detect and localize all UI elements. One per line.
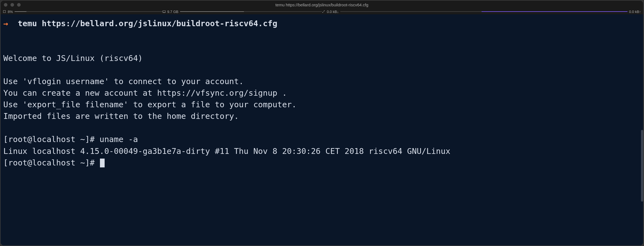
terminal-line: Imported files are written to the home d… <box>3 111 239 121</box>
net-down-bar <box>340 11 481 12</box>
memory-bar-fill <box>180 11 244 12</box>
statusbar: 8% 9.7 GB 0.0 kB↓ <box>1 9 643 14</box>
terminal-line: Use 'vflogin username' to connect to you… <box>3 77 244 86</box>
svg-rect-1 <box>163 11 165 12</box>
memory-label: 9.7 GB <box>167 10 178 14</box>
prompt-arrow-icon: → <box>3 19 8 28</box>
net-down-label: 0.0 kB↓ <box>327 10 339 14</box>
net-up-stat: 0.0 kB↑ <box>482 10 641 14</box>
close-button[interactable] <box>4 3 7 7</box>
cursor <box>100 159 105 167</box>
window-title: temu https://bellard.org/jslinux/buildro… <box>275 2 368 7</box>
net-down-stat: 0.0 kB↓ <box>322 10 482 14</box>
traffic-lights <box>4 3 21 7</box>
terminal-window: temu https://bellard.org/jslinux/buildro… <box>1 1 643 245</box>
command-text: temu https://bellard.org/jslinux/buildro… <box>18 19 277 28</box>
terminal-line: Use 'export_file filename' to export a f… <box>3 100 297 109</box>
terminal-line: [root@localhost ~]# uname -a <box>3 135 138 144</box>
memory-bar <box>180 11 322 12</box>
cpu-bar-fill <box>15 11 26 12</box>
svg-rect-0 <box>3 10 6 13</box>
terminal-line: Welcome to JS/Linux (riscv64) <box>3 54 143 63</box>
cpu-label: 8% <box>8 10 13 14</box>
terminal-prompt: [root@localhost ~]# <box>3 158 99 167</box>
terminal-body[interactable]: → temu https://bellard.org/jslinux/build… <box>1 14 643 245</box>
zoom-button[interactable] <box>17 3 21 7</box>
cpu-stat: 8% <box>3 10 162 14</box>
net-up-bar-fill <box>482 11 627 12</box>
memory-icon <box>162 10 166 13</box>
network-icon <box>322 10 325 13</box>
terminal-line: Linux localhost 4.15.0-00049-ga3b1e7a-di… <box>3 146 450 156</box>
memory-stat: 9.7 GB <box>162 10 322 14</box>
scrollbar[interactable] <box>641 130 643 202</box>
titlebar[interactable]: temu https://bellard.org/jslinux/buildro… <box>1 1 643 9</box>
cpu-bar <box>15 11 162 12</box>
svg-line-8 <box>323 11 324 12</box>
net-up-bar <box>482 11 627 12</box>
net-up-label: 0.0 kB↑ <box>629 10 641 14</box>
minimize-button[interactable] <box>10 3 14 7</box>
cpu-icon <box>3 10 6 13</box>
terminal-line: You can create a new account at https://… <box>3 88 287 98</box>
